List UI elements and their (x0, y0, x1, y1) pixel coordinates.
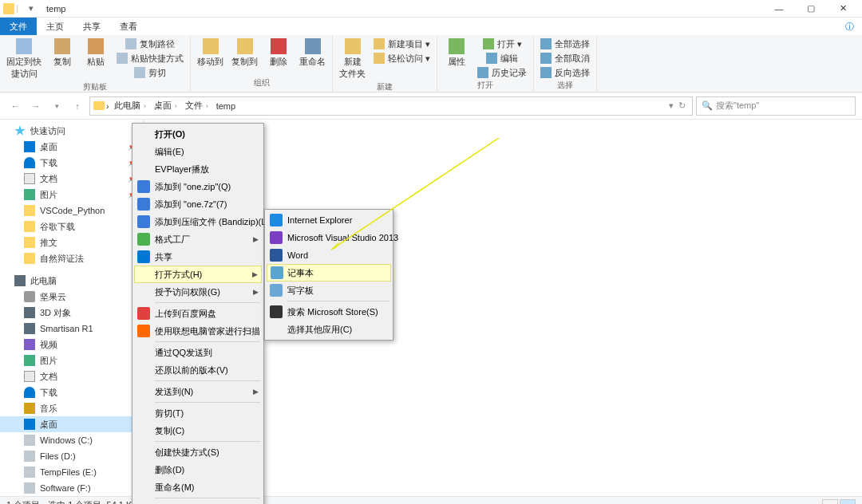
ctx-item[interactable]: Microsoft Visual Studio 2013 (267, 229, 391, 246)
tree-item-快速访问[interactable]: 快速访问 (0, 123, 143, 139)
select-all-button[interactable]: 全部选择 (537, 37, 593, 51)
tree-item-音乐[interactable]: 音乐 (0, 400, 143, 416)
tab-share[interactable]: 共享 (73, 18, 110, 35)
tree-item-图片[interactable]: 图片 (0, 352, 143, 368)
crumb-pc[interactable]: 此电脑› (111, 100, 149, 112)
ctx-item[interactable]: 发送到(N)▶ (134, 383, 262, 400)
up-button[interactable]: ↑ (69, 97, 86, 115)
paste-button[interactable]: 粘贴 (80, 37, 112, 69)
tree-item-TempFiles (E:)[interactable]: TempFiles (E:) (0, 464, 143, 480)
properties-button[interactable]: 属性 (441, 37, 473, 69)
crumb-desktop[interactable]: 桌面› (151, 100, 180, 112)
ctx-item[interactable]: 打开方式(H)▶ (134, 266, 262, 283)
tree-item-图片[interactable]: 图片📌 (0, 187, 143, 203)
rename-button[interactable]: 重命名 (296, 37, 329, 69)
ctx-item[interactable]: 添加到 "one.zip"(Q) (134, 178, 262, 195)
ctx-item[interactable]: 打开(O) (134, 125, 262, 143)
tree-item-视频[interactable]: 视频 (0, 337, 143, 352)
title-bar: | ▾ temp — ▢ ✕ (0, 0, 862, 18)
tree-item-谷歌下载[interactable]: 谷歌下载 (0, 219, 143, 234)
tree-item-桌面[interactable]: 桌面 (0, 416, 143, 432)
ctx-item[interactable]: 搜索 Microsoft Store(S) (267, 303, 391, 321)
search-input[interactable]: 🔍 搜索"temp" (696, 96, 856, 116)
move-to-button[interactable]: 移动到 (194, 37, 227, 69)
ctx-item[interactable]: 共享 (134, 248, 262, 266)
tree-item-推文[interactable]: 推文 (0, 234, 143, 250)
ctx-item[interactable]: 写字板 (267, 282, 391, 299)
copy-to-button[interactable]: 复制到 (228, 37, 261, 69)
forward-button[interactable]: → (27, 97, 45, 115)
ctx-item[interactable]: Internet Explorer (267, 211, 391, 229)
tab-view[interactable]: 查看 (110, 18, 147, 35)
new-item-button[interactable]: 新建项目 ▾ (370, 37, 433, 51)
ctx-item-icon (137, 198, 150, 211)
tree-item-下载[interactable]: 下载 (0, 384, 143, 400)
ctx-item[interactable]: 添加到压缩文件 (Bandizip)(L)... (134, 213, 262, 230)
pin-quick-button[interactable]: 固定到快 捷访问 (3, 37, 45, 81)
tree-item-Software (F:)[interactable]: Software (F:) (0, 480, 143, 496)
new-folder-button[interactable]: 新建 文件夹 (336, 37, 369, 81)
ribbon-help-button[interactable]: ⓘ (837, 18, 862, 35)
open-button[interactable]: 打开 ▾ (474, 37, 530, 51)
copy-button[interactable]: 复制 (46, 37, 78, 69)
addr-dropdown-icon[interactable]: ▾ (669, 100, 674, 111)
ctx-item-label: 共享 (155, 251, 172, 263)
tree-item-下载[interactable]: 下载📌 (0, 155, 143, 171)
moveto-icon (203, 38, 219, 54)
ctx-item[interactable]: 通过QQ发送到 (134, 344, 262, 361)
ctx-item[interactable]: EVPlayer播放 (134, 160, 262, 178)
paste-shortcut-button[interactable]: 粘贴快捷方式 (113, 51, 187, 65)
ctx-item[interactable]: 剪切(T) (134, 404, 262, 422)
minimize-button[interactable]: — (763, 0, 795, 18)
maximize-button[interactable]: ▢ (795, 0, 827, 18)
ctx-item[interactable]: 重命名(M) (134, 478, 262, 496)
edit-button[interactable]: 编辑 (474, 51, 530, 65)
breadcrumb[interactable]: › 此电脑› 桌面› 文件› temp ▾ ↻ (89, 96, 693, 116)
ctx-item[interactable]: 复制(C) (134, 422, 262, 439)
history-button[interactable]: 历史记录 (474, 65, 530, 80)
tree-item-文档[interactable]: 文档 (0, 368, 143, 384)
ctx-item[interactable]: 授予访问权限(G)▶ (134, 283, 262, 301)
tree-item-Files (D:)[interactable]: Files (D:) (0, 448, 143, 464)
ctx-item[interactable]: 上传到百度网盘 (134, 305, 262, 322)
ctx-item[interactable]: 编辑(E) (134, 143, 262, 160)
tree-item-3D 对象[interactable]: 3D 对象 (0, 305, 143, 321)
tree-item-Windows (C:)[interactable]: Windows (C:) (0, 432, 143, 448)
tree-item-文档[interactable]: 文档📌 (0, 171, 143, 187)
crumb-temp[interactable]: temp (213, 101, 239, 111)
cut-icon (134, 67, 145, 78)
desk-icon (24, 419, 35, 430)
view-icons-button[interactable] (840, 499, 856, 505)
ctx-item[interactable]: 使用联想电脑管家进行扫描 (134, 322, 262, 340)
tree-item-Smartisan R1[interactable]: Smartisan R1 (0, 321, 143, 337)
crumb-files[interactable]: 文件› (182, 100, 212, 112)
invert-select-button[interactable]: 反向选择 (537, 65, 593, 80)
tree-item-桌面[interactable]: 桌面📌 (0, 139, 143, 155)
select-none-button[interactable]: 全部取消 (537, 51, 593, 65)
tree-item-VSCode_Python[interactable]: VSCode_Python (0, 203, 143, 219)
tree-item-自然辩证法[interactable]: 自然辩证法 (0, 250, 143, 266)
tree-item-此电脑[interactable]: 此电脑 (0, 273, 143, 289)
ctx-item[interactable]: 添加到 "one.7z"(7) (134, 195, 262, 213)
back-button[interactable]: ← (6, 97, 24, 115)
close-button[interactable]: ✕ (827, 0, 859, 18)
tab-file[interactable]: 文件 (0, 18, 37, 35)
ctx-item[interactable]: 属性(R) (134, 500, 262, 504)
recent-button[interactable]: ▾ (48, 97, 65, 115)
ctx-item[interactable]: 创建快捷方式(S) (134, 443, 262, 461)
ctx-item[interactable]: 还原以前的版本(V) (134, 361, 262, 379)
ctx-item[interactable]: 选择其他应用(C) (267, 321, 391, 338)
tree-item-坚果云[interactable]: 坚果云 (0, 289, 143, 305)
copy-path-button[interactable]: 复制路径 (113, 37, 187, 51)
ctx-item[interactable]: 格式工厂▶ (134, 230, 262, 248)
delete-button[interactable]: 删除 (263, 37, 295, 69)
qat-dropdown-icon[interactable]: ▾ (29, 3, 40, 14)
easy-access-button[interactable]: 轻松访问 ▾ (370, 51, 433, 65)
ctx-item[interactable]: 删除(D) (134, 461, 262, 478)
ctx-item[interactable]: 记事本 (267, 264, 391, 282)
cut-button[interactable]: 剪切 (113, 65, 187, 80)
ctx-item[interactable]: Word (267, 246, 391, 264)
tab-home[interactable]: 主页 (37, 18, 73, 35)
view-details-button[interactable] (822, 499, 838, 505)
refresh-button[interactable]: ↻ (675, 100, 689, 111)
